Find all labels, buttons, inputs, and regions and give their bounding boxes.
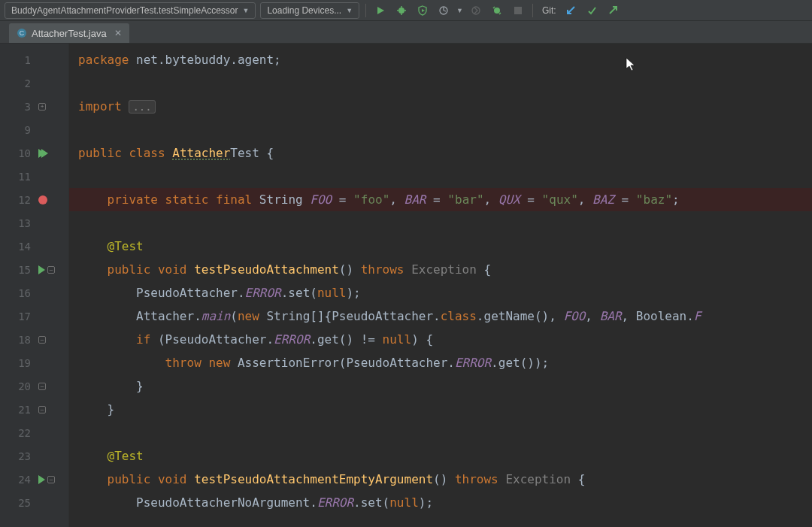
- code-line[interactable]: package net.bytebuddy.agent;: [69, 48, 812, 71]
- code-line[interactable]: if (PseudoAttacher.ERROR.get() != null) …: [69, 328, 812, 351]
- run-gutter-icon[interactable]: [38, 265, 45, 274]
- gutter-row[interactable]: 19: [0, 351, 68, 374]
- code-line[interactable]: public void testPseudoAttachment() throw…: [69, 258, 812, 281]
- gutter-icons: +: [38, 103, 64, 111]
- fold-expand-icon[interactable]: +: [38, 103, 46, 111]
- line-number: 16: [0, 287, 35, 299]
- svg-line-9: [444, 11, 446, 11]
- gutter-row[interactable]: 15–: [0, 258, 68, 281]
- run-all-gutter-icon[interactable]: [38, 149, 48, 158]
- code-line[interactable]: [69, 71, 812, 95]
- tab-label: AttacherTest.java: [32, 28, 107, 39]
- gutter-row[interactable]: 18–: [0, 328, 68, 351]
- svg-marker-6: [422, 9, 425, 12]
- gutter-row[interactable]: 3+: [0, 95, 68, 118]
- gutter-row[interactable]: 13: [0, 211, 68, 235]
- gutter-icons: –: [38, 475, 64, 484]
- gutter-row[interactable]: 25: [0, 491, 68, 514]
- debug-button[interactable]: [393, 2, 410, 19]
- gutter-row[interactable]: 12: [0, 188, 68, 211]
- line-number: 23: [0, 450, 35, 462]
- fold-collapse-icon[interactable]: –: [47, 266, 55, 274]
- profile-button[interactable]: [435, 2, 452, 19]
- code-line[interactable]: public class AttacherTest {: [69, 141, 812, 165]
- line-number: 9: [0, 124, 35, 136]
- gutter-row[interactable]: 14: [0, 235, 68, 258]
- line-number: 18: [0, 334, 35, 346]
- tab-attacher-test[interactable]: C AttacherTest.java ✕: [9, 23, 129, 43]
- chevron-down-icon: ▼: [346, 7, 353, 14]
- git-pull-button[interactable]: [562, 2, 579, 19]
- code-area[interactable]: package net.bytebuddy.agent; import ... …: [69, 44, 812, 527]
- line-number: 24: [0, 474, 35, 486]
- fold-collapse-icon[interactable]: –: [47, 476, 55, 483]
- chevron-down-icon[interactable]: ▼: [456, 7, 463, 14]
- run-button[interactable]: [372, 2, 389, 19]
- breakpoint-icon[interactable]: [38, 195, 47, 204]
- svg-rect-14: [514, 7, 522, 14]
- gutter-row[interactable]: 11: [0, 165, 68, 188]
- toolbar-separator: [365, 4, 366, 17]
- gutter-row[interactable]: 17: [0, 304, 68, 328]
- code-line[interactable]: public void testPseudoAttachmentEmptyArg…: [69, 468, 812, 491]
- line-number: 11: [0, 171, 35, 183]
- gutter-icons: –: [38, 265, 64, 274]
- code-line[interactable]: PseudoAttacher.ERROR.set(null);: [69, 281, 812, 304]
- line-number: 12: [0, 194, 35, 206]
- gutter-row[interactable]: 2: [0, 71, 68, 95]
- git-push-button[interactable]: [604, 2, 621, 19]
- gutter-row[interactable]: 22: [0, 421, 68, 444]
- java-class-icon: C: [17, 28, 27, 38]
- code-line[interactable]: import ...: [69, 95, 812, 118]
- code-line[interactable]: [69, 118, 812, 141]
- code-line[interactable]: [69, 211, 812, 235]
- code-line[interactable]: @Test: [69, 444, 812, 468]
- run-config-label: BuddyAgentAttachmentProviderTest.testSim…: [11, 5, 238, 16]
- editor-pane: 123+9101112131415–161718–1920–21–222324–…: [0, 44, 812, 527]
- editor-tabstrip: C AttacherTest.java ✕: [0, 21, 812, 44]
- code-line[interactable]: private static final String FOO = "foo",…: [69, 188, 812, 211]
- svg-line-15: [568, 7, 574, 14]
- gutter-icons: [38, 195, 64, 204]
- line-number: 14: [0, 241, 35, 253]
- main-toolbar: BuddyAgentAttachmentProviderTest.testSim…: [0, 0, 812, 21]
- code-line[interactable]: throw new AssertionError(PseudoAttacher.…: [69, 351, 812, 374]
- line-number: 3: [0, 101, 35, 113]
- code-line[interactable]: [69, 421, 812, 444]
- gutter-row[interactable]: 21–: [0, 398, 68, 421]
- gutter-icons: –: [38, 383, 64, 390]
- line-number: 17: [0, 310, 35, 323]
- code-line[interactable]: @Test: [69, 235, 812, 258]
- code-line[interactable]: }: [69, 398, 812, 421]
- code-line[interactable]: PseudoAttacherNoArgument.ERROR.set(null)…: [69, 491, 812, 514]
- gutter-row[interactable]: 1: [0, 48, 68, 71]
- fold-ellipsis[interactable]: ...: [129, 100, 155, 114]
- coverage-button[interactable]: [414, 2, 431, 19]
- gutter-row[interactable]: 9: [0, 118, 68, 141]
- fold-collapse-icon[interactable]: –: [38, 383, 46, 390]
- gutter-row[interactable]: 10: [0, 141, 68, 165]
- line-number: 20: [0, 380, 35, 392]
- git-label: Git:: [542, 5, 556, 16]
- editor-gutter[interactable]: 123+9101112131415–161718–1920–21–222324–…: [0, 44, 69, 527]
- stop-button[interactable]: [510, 2, 526, 19]
- code-line[interactable]: }: [69, 374, 812, 398]
- fold-collapse-icon[interactable]: –: [38, 336, 46, 344]
- gutter-row[interactable]: 23: [0, 444, 68, 468]
- code-line[interactable]: [69, 165, 812, 188]
- git-commit-button[interactable]: [583, 2, 600, 19]
- run-config-dropdown[interactable]: BuddyAgentAttachmentProviderTest.testSim…: [5, 2, 256, 19]
- gutter-row[interactable]: 20–: [0, 374, 68, 398]
- gutter-row[interactable]: 16: [0, 281, 68, 304]
- devices-dropdown[interactable]: Loading Devices... ▼: [260, 2, 359, 19]
- fold-collapse-icon[interactable]: –: [38, 406, 46, 413]
- close-icon[interactable]: ✕: [114, 28, 122, 38]
- rerun-button[interactable]: [489, 2, 505, 19]
- code-line[interactable]: Attacher.main(new String[]{PseudoAttache…: [69, 304, 812, 328]
- attach-debugger-button[interactable]: [468, 2, 484, 19]
- line-number: 22: [0, 427, 35, 439]
- svg-marker-0: [377, 7, 384, 14]
- gutter-row[interactable]: 24–: [0, 468, 68, 491]
- run-gutter-icon[interactable]: [38, 475, 45, 484]
- line-number: 25: [0, 497, 35, 509]
